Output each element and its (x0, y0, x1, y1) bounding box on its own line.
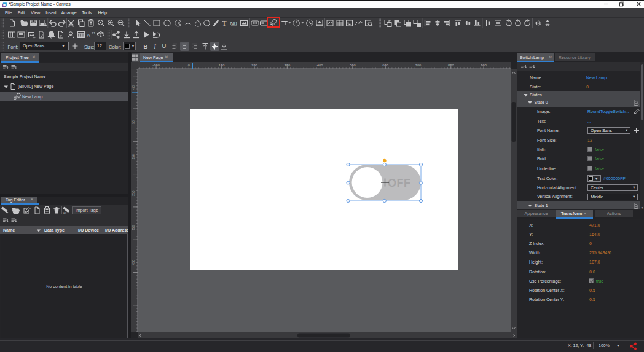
svg-text:500: 500 (350, 63, 356, 67)
svg-text:450: 450 (132, 260, 135, 265)
svg-text:123: 123 (63, 212, 66, 214)
svg-text:0: 0 (188, 63, 190, 67)
svg-text:-50: -50 (132, 85, 135, 90)
svg-text:150: 150 (132, 154, 135, 160)
svg-text:50: 50 (132, 120, 135, 124)
svg-text:-100: -100 (152, 63, 160, 67)
svg-text:600: 600 (382, 63, 388, 67)
svg-text:300: 300 (284, 63, 290, 67)
svg-text:900: 900 (481, 63, 487, 67)
svg-text:400: 400 (317, 63, 323, 67)
svg-text:700: 700 (415, 63, 422, 67)
svg-text:100: 100 (219, 63, 225, 67)
svg-text:800: 800 (448, 63, 454, 67)
svg-text:350: 350 (132, 225, 135, 231)
svg-text:200: 200 (251, 63, 257, 67)
svg-text:OFF: OFF (388, 177, 411, 189)
svg-text:250: 250 (132, 190, 135, 196)
